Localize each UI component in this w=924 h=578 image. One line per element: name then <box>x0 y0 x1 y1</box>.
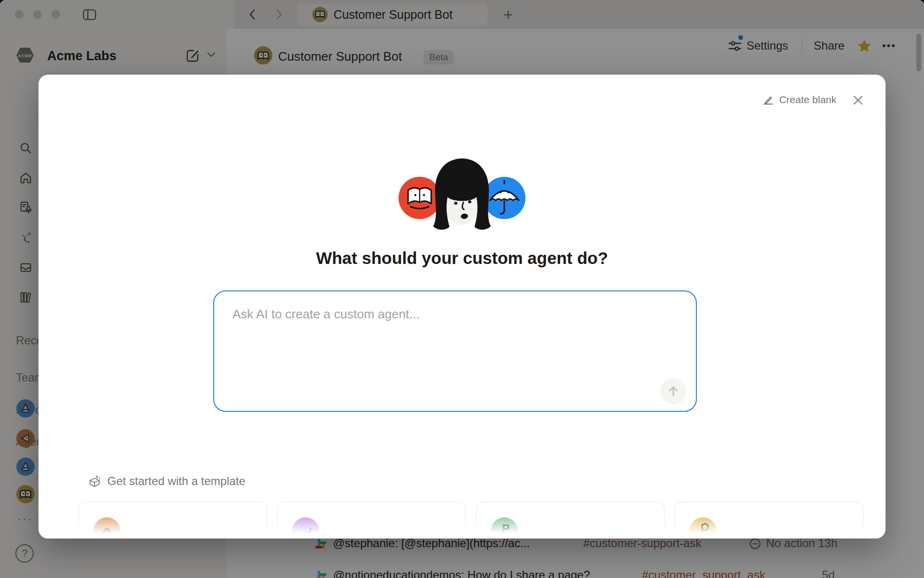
template-cta-label: Get started with a template <box>107 474 245 488</box>
agent-prompt-inputbox <box>213 290 697 412</box>
template-cta[interactable]: Get started with a template <box>88 474 245 488</box>
close-icon[interactable] <box>852 94 864 106</box>
submit-arrow-button[interactable] <box>660 378 686 404</box>
modal-bottom-fade <box>38 513 886 539</box>
create-blank-button[interactable]: Create blank <box>762 94 836 105</box>
create-blank-label: Create blank <box>779 94 836 105</box>
template-box-icon <box>88 475 101 488</box>
pencil-icon <box>762 94 774 105</box>
app-window: Customer Support Bot + ACME Acme Labs Cu… <box>0 0 924 578</box>
modal-heading: What should your custom agent do? <box>38 248 886 268</box>
agent-prompt-textarea[interactable] <box>214 291 696 411</box>
create-agent-modal: Create blank <box>38 75 886 539</box>
agent-illustration <box>397 156 527 230</box>
